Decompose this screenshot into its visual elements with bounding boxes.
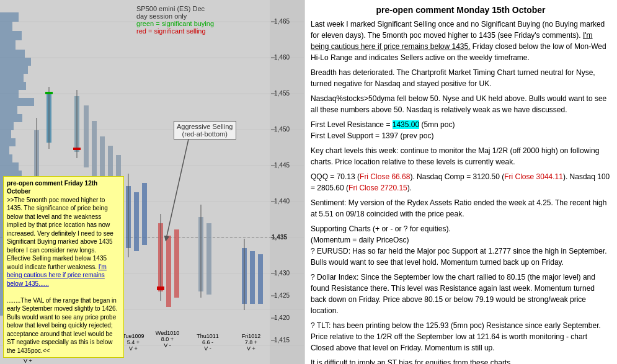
svg-text:7.8 +: 7.8 + — [245, 339, 257, 345]
svg-text:1,440: 1,440 — [274, 198, 290, 205]
svg-rect-23 — [0, 90, 19, 98]
svg-rect-20 — [0, 66, 28, 74]
svg-text:1,445: 1,445 — [274, 162, 290, 169]
svg-text:V -: V - — [164, 342, 171, 348]
svg-text:1,465: 1,465 — [274, 18, 290, 25]
svg-rect-32 — [0, 162, 19, 171]
svg-text:Tue1009: Tue1009 — [122, 333, 144, 339]
svg-text:1,450: 1,450 — [274, 126, 290, 133]
svg-rect-59 — [84, 105, 89, 167]
svg-text:1,455: 1,455 — [274, 90, 290, 97]
svg-text:Fri1012: Fri1012 — [242, 333, 261, 339]
svg-text:1,425: 1,425 — [274, 292, 290, 299]
svg-rect-29 — [0, 138, 16, 146]
svg-text:6.6 -: 6.6 - — [202, 339, 213, 345]
legend-subtitle: day session only — [136, 12, 214, 20]
svg-rect-22 — [0, 82, 26, 90]
svg-rect-71 — [166, 236, 171, 307]
paragraph-7: Sentiment: My version of the Rydex Asset… — [311, 197, 611, 220]
chart-panel: 1,465 1,460 1,455 1,450 1,445 1,440 1,43… — [0, 0, 304, 364]
svg-rect-58 — [73, 148, 81, 150]
svg-rect-30 — [0, 146, 9, 154]
svg-rect-27 — [0, 122, 14, 130]
svg-rect-15 — [0, 22, 12, 31]
paragraph-10: ? TLT: has been printing below the 125.9… — [311, 320, 611, 353]
resistance-level: 1435.00 — [393, 120, 419, 129]
paragraph-9: ? Dollar Index: Since the September low … — [311, 272, 611, 316]
text-panel[interactable]: pre-open comment Monday 15th October Las… — [304, 0, 617, 364]
legend-green: green = significant buying — [136, 20, 214, 27]
annotation-box: pre-open comment Friday 12th October >>T… — [3, 176, 124, 358]
svg-text:1,415: 1,415 — [274, 337, 290, 344]
svg-text:8.0 +: 8.0 + — [161, 336, 174, 342]
paragraph-8: Supporting Charts (+ or - or ? for equit… — [311, 223, 611, 268]
legend-title: SP500 emini (ES) Dec — [136, 5, 214, 12]
svg-rect-18 — [0, 50, 25, 58]
paragraph-6: QQQ = 70.13 (Fri Close 66.68). Nasdaq Co… — [311, 171, 611, 193]
paragraph-3: Nasdaq%stocks>50dyma fell below 50. Nyse… — [311, 93, 611, 115]
svg-rect-21 — [0, 74, 24, 82]
paragraph-2: Breadth has deteriorated. The Chartprofi… — [311, 67, 611, 89]
svg-rect-24 — [0, 98, 34, 106]
svg-rect-72 — [174, 229, 179, 298]
rp-body: Last week I marked Significant Selling o… — [311, 19, 611, 364]
svg-text:Wed1010: Wed1010 — [156, 330, 179, 336]
svg-rect-19 — [0, 58, 31, 66]
svg-text:V +: V + — [247, 345, 255, 352]
svg-rect-26 — [0, 114, 22, 122]
svg-rect-28 — [0, 130, 11, 138]
svg-rect-67 — [142, 183, 147, 245]
svg-rect-25 — [0, 106, 17, 114]
paragraph-5: Key chart levels this week: continue to … — [311, 145, 611, 167]
svg-text:1,430: 1,430 — [274, 270, 290, 277]
svg-text:Thu1011: Thu1011 — [197, 333, 219, 339]
paragraph-4: First Level Resistance = 1435.00 (5mn po… — [311, 119, 611, 141]
paragraph-11: It is difficult to imply an ST bias for … — [311, 357, 611, 364]
svg-rect-79 — [258, 254, 263, 304]
svg-text:V +: V + — [129, 345, 138, 352]
svg-rect-31 — [0, 154, 12, 162]
svg-rect-70 — [157, 286, 164, 290]
agg-sell-label: Aggressive Selling(red-at-bottom) — [174, 121, 236, 140]
legend-red: red = significant selling — [136, 27, 214, 35]
svg-rect-16 — [0, 31, 22, 40]
paragraph-1: Last week I marked Significant Selling o… — [311, 19, 611, 63]
svg-text:V -: V - — [204, 345, 211, 352]
svg-text:1,420: 1,420 — [274, 314, 290, 321]
svg-rect-55 — [45, 92, 53, 94]
svg-rect-17 — [0, 40, 16, 50]
svg-text:5.4 +: 5.4 + — [127, 339, 140, 345]
svg-rect-78 — [250, 251, 255, 304]
svg-text:V +: V + — [24, 358, 32, 364]
svg-text:1,460: 1,460 — [274, 54, 290, 61]
rp-title: pre-open comment Monday 15th October — [311, 5, 611, 15]
svg-rect-75 — [206, 223, 211, 295]
svg-rect-14 — [0, 12, 19, 22]
svg-rect-66 — [134, 192, 139, 251]
chart-legend: SP500 emini (ES) Dec day session only gr… — [136, 5, 214, 35]
